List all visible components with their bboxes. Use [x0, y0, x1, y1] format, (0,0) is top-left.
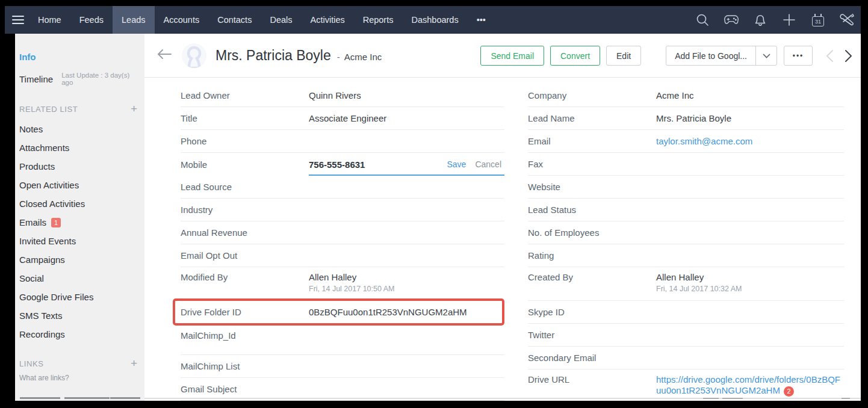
nav-item-contacts[interactable]: Contacts [208, 6, 261, 34]
cancel-link[interactable]: Cancel [475, 159, 501, 169]
sidebar-item-invited-events[interactable]: Invited Events [19, 232, 137, 250]
field-label: Secondary Email [528, 353, 656, 363]
next-record-icon[interactable] [845, 49, 852, 63]
add-file-to-google-button[interactable]: Add File to Googl... [666, 46, 755, 65]
what-are-links-link[interactable]: What are links? [19, 374, 137, 382]
created-timestamp: Fri, 14 Jul 2017 10:32 AM [656, 285, 742, 293]
edit-button[interactable]: Edit [606, 46, 641, 66]
related-list-add-icon[interactable]: + [131, 104, 137, 114]
field-label: Drive Folder ID [181, 307, 309, 317]
nav-item-deals[interactable]: Deals [261, 6, 301, 34]
sidebar-item-emails-label: Emails [19, 217, 46, 227]
sidebar-item-sms-texts[interactable]: SMS Texts [19, 306, 137, 325]
timeline-last-update: Last Update : 3 day(s) ago [61, 72, 137, 86]
sidebar-item-emails[interactable]: Emails1 [19, 213, 137, 232]
calendar-icon[interactable]: 31 [810, 12, 826, 28]
save-link[interactable]: Save [447, 159, 466, 169]
nav-item-leads[interactable]: Leads [113, 6, 155, 34]
related-list-header: RELATED LIST [19, 105, 78, 114]
field-label: No. of Employees [528, 227, 656, 238]
field-row-rating: Rating [528, 244, 844, 267]
add-plus-icon[interactable] [781, 12, 797, 28]
content-bottom-scrollbar[interactable] [144, 398, 861, 399]
field-row-drive-folder-id: Drive Folder ID 0BzBQFuu0on1tR253VnNGUGM… [181, 301, 504, 324]
field-label: Lead Name [528, 113, 656, 123]
field-row-title: Title Associate Engineer [181, 107, 504, 130]
nav-icon-group: 31 [695, 12, 861, 28]
sidebar-item-recordings[interactable]: Recordings [19, 325, 137, 344]
field-row-phone: Phone [181, 130, 504, 153]
details-column-right: Company Acme Inc Lead Name Mrs. Patricia… [528, 84, 844, 401]
field-row-lead-status: Lead Status [528, 199, 844, 221]
add-file-dropdown-toggle[interactable] [755, 46, 777, 65]
nav-item-reports[interactable]: Reports [354, 6, 403, 34]
field-label: Annual Revenue [181, 227, 309, 238]
field-label: Lead Owner [181, 90, 309, 100]
page-title: Mrs. Patricia Boyle [215, 48, 331, 64]
field-row-twitter: Twitter [528, 324, 844, 347]
field-label: Drive URL [528, 374, 656, 385]
sidebar-item-social[interactable]: Social [19, 269, 137, 288]
field-label: Phone [181, 136, 309, 146]
nav-item-activities[interactable]: Activities [301, 6, 353, 34]
drive-url-link[interactable]: https://drive.google.com/drive/folders/0… [656, 374, 840, 395]
email-link[interactable]: taylor.smith@acme.com [656, 136, 752, 146]
sidebar-item-products[interactable]: Products [19, 157, 137, 176]
field-row-lead-source: Lead Source [181, 176, 504, 199]
lead-avatar [182, 43, 206, 68]
field-label: Mobile [181, 159, 309, 170]
add-file-to-google-split-button: Add File to Googl... [666, 46, 777, 66]
sidebar-item-timeline[interactable]: Timeline [19, 74, 53, 84]
more-actions-button[interactable]: ••• [784, 46, 813, 66]
field-value: Quinn Rivers [309, 90, 361, 100]
sidebar-item-campaigns[interactable]: Campaigns [19, 250, 137, 269]
nav-item-feeds[interactable]: Feeds [70, 6, 113, 34]
previous-record-icon[interactable] [826, 49, 834, 63]
sidebar-item-closed-activities[interactable]: Closed Activities [19, 194, 137, 213]
sidebar-item-attachments[interactable]: Attachments [19, 138, 137, 157]
field-row-no-of-employees: No. of Employees [528, 221, 844, 244]
convert-button[interactable]: Convert [550, 46, 600, 66]
sidebar-item-google-drive-files[interactable]: Google Drive Files [19, 288, 137, 306]
sidebar-item-notes[interactable]: Notes [19, 120, 137, 138]
mobile-edit-input[interactable]: 756-555-8631 [309, 159, 365, 170]
field-row-created-by: Created By Allen Halley Fri, 14 Jul 2017… [528, 267, 844, 301]
related-list: Notes Attachments Products Open Activiti… [19, 120, 137, 344]
links-add-icon[interactable]: + [131, 359, 137, 368]
details-column-left: Lead Owner Quinn Rivers Title Associate … [181, 84, 504, 401]
field-label: Industry [181, 205, 309, 215]
setup-tools-icon[interactable] [839, 12, 855, 28]
field-row-website: Website [528, 176, 844, 199]
record-header: Mrs. Patricia Boyle - Acme Inc Send Emai… [144, 34, 861, 78]
field-value: Allen Halley [309, 272, 394, 282]
lead-details-grid: Lead Owner Quinn Rivers Title Associate … [144, 78, 861, 401]
field-row-fax: Fax [528, 153, 844, 176]
sidebar-item-open-activities[interactable]: Open Activities [19, 176, 137, 194]
field-label: Modified By [181, 272, 309, 282]
search-icon[interactable] [695, 12, 710, 28]
sidebar-item-info[interactable]: Info [19, 51, 137, 63]
back-arrow-icon[interactable] [157, 48, 172, 63]
field-label: Company [528, 90, 656, 100]
notifications-bell-icon[interactable] [752, 12, 768, 28]
field-row-email-opt-out: Email Opt Out [181, 244, 504, 267]
nav-item-dashboards[interactable]: Dashboards [402, 6, 467, 34]
sidebar-bottom-scroll-segments [15, 397, 144, 399]
field-label: Email [528, 136, 656, 146]
games-icon[interactable] [724, 12, 739, 28]
field-value: Allen Halley [656, 272, 742, 282]
nav-item-more[interactable]: ••• [468, 6, 495, 34]
title-separator: - [337, 52, 340, 62]
field-label: Website [528, 182, 656, 192]
nav-item-accounts[interactable]: Accounts [155, 6, 209, 34]
send-email-button[interactable]: Send Email [480, 46, 544, 66]
field-row-lead-owner: Lead Owner Quinn Rivers [181, 84, 504, 107]
crm-window: Home Feeds Leads Accounts Contacts Deals… [5, 6, 861, 401]
hamburger-menu-icon[interactable] [12, 16, 24, 24]
field-row-mailchimp-id: MailChimp_Id [181, 324, 504, 347]
field-label: Email Opt Out [181, 250, 309, 261]
nav-item-home[interactable]: Home [29, 6, 70, 34]
field-row-industry: Industry [181, 199, 504, 221]
field-label: Created By [528, 272, 656, 282]
field-row-lead-name: Lead Name Mrs. Patricia Boyle [528, 107, 844, 130]
